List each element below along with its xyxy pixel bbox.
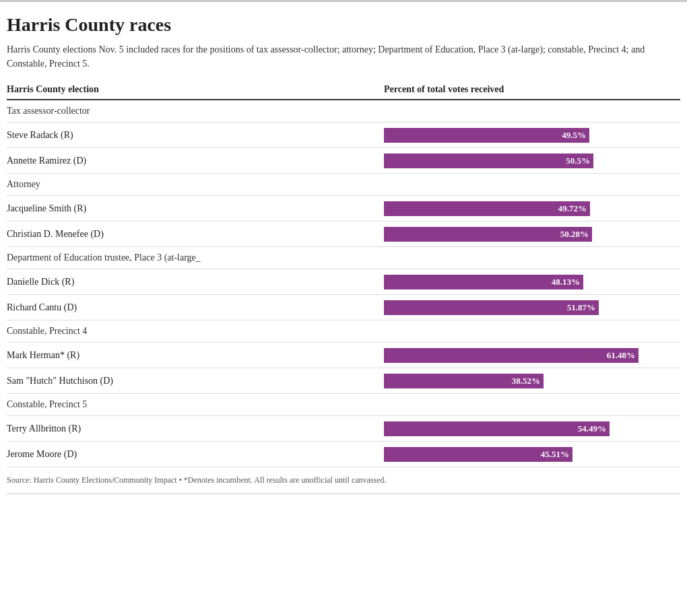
candidate-name-3-1: Sam "Hutch" Hutchison (D) [7, 370, 384, 392]
bar-wrap-1-1: 50.28% [384, 227, 592, 242]
table-row: Annette Ramirez (D)50.5% [7, 148, 680, 174]
bar-2-1: 51.87% [384, 300, 599, 315]
bar-cell-3-1: 38.52% [384, 374, 680, 388]
bar-label-0-0: 49.5% [562, 130, 586, 141]
bar-cell-2-0: 48.13% [384, 275, 680, 289]
candidate-name-1-1: Christian D. Menefee (D) [7, 224, 384, 245]
source-text: Source: Harris County Elections/Communit… [7, 475, 680, 494]
category-name-0: Tax assessor-collector [7, 100, 680, 122]
bar-cell-4-1: 45.51% [384, 447, 680, 462]
table-row: Sam "Hutch" Hutchison (D)38.52% [7, 368, 680, 394]
bar-4-1: 45.51% [384, 447, 572, 462]
bar-wrap-4-1: 45.51% [384, 447, 572, 462]
page-title: Harris County races [7, 14, 680, 36]
bar-cell-0-1: 50.5% [384, 153, 680, 168]
bar-cell-0-0: 49.5% [384, 128, 680, 143]
bar-wrap-0-0: 49.5% [384, 128, 589, 143]
bar-cell-1-0: 49.72% [384, 201, 680, 216]
category-row-2: Department of Education trustee, Place 3… [7, 247, 680, 269]
category-row-0: Tax assessor-collector [7, 100, 680, 123]
bar-1-0: 49.72% [384, 201, 590, 216]
bar-label-4-0: 54.49% [578, 423, 606, 434]
header-col-percent: Percent of total votes received [384, 84, 680, 95]
candidate-name-2-1: Richard Cantu (D) [7, 297, 384, 318]
category-name-3: Constable, Precinct 4 [7, 320, 680, 342]
table-row: Terry Allbritton (R)54.49% [7, 416, 680, 442]
bar-cell-3-0: 61.48% [384, 348, 680, 363]
bar-cell-2-1: 51.87% [384, 300, 680, 315]
candidate-name-2-0: Danielle Dick (R) [7, 271, 384, 293]
bar-4-0: 54.49% [384, 421, 610, 436]
table-row: Mark Herman* (R)61.48% [7, 343, 680, 368]
bar-cell-1-1: 50.28% [384, 227, 680, 242]
category-name-1: Attorney [7, 174, 680, 195]
table-header: Harris County election Percent of total … [7, 84, 680, 100]
bar-wrap-0-1: 50.5% [384, 153, 593, 168]
bar-label-3-0: 61.48% [607, 350, 635, 361]
bar-label-2-0: 48.13% [552, 277, 580, 287]
bar-label-1-1: 50.28% [560, 229, 589, 240]
bar-label-3-1: 38.52% [512, 376, 540, 386]
bar-wrap-3-1: 38.52% [384, 374, 544, 388]
bar-label-2-1: 51.87% [567, 302, 595, 313]
bar-2-0: 48.13% [384, 275, 583, 289]
bar-label-4-1: 45.51% [541, 449, 569, 460]
bar-label-0-1: 50.5% [566, 156, 590, 166]
bar-wrap-1-0: 49.72% [384, 201, 590, 216]
table-body: Tax assessor-collectorSteve Radack (R)49… [7, 100, 680, 467]
bar-wrap-4-0: 54.49% [384, 421, 610, 436]
bar-3-0: 61.48% [384, 348, 639, 363]
bar-wrap-2-1: 51.87% [384, 300, 599, 315]
category-row-3: Constable, Precinct 4 [7, 320, 680, 343]
category-row-4: Constable, Precinct 5 [7, 394, 680, 416]
table-row: Danielle Dick (R)48.13% [7, 269, 680, 295]
bar-1-1: 50.28% [384, 227, 592, 242]
bar-3-1: 38.52% [384, 374, 544, 388]
table-row: Richard Cantu (D)51.87% [7, 295, 680, 320]
top-border [0, 0, 687, 2]
page-container: Harris County races Harris County electi… [0, 14, 687, 508]
data-table: Harris County election Percent of total … [7, 84, 680, 467]
bar-wrap-3-0: 61.48% [384, 348, 639, 363]
table-row: Jerome Moore (D)45.51% [7, 442, 680, 467]
table-row: Christian D. Menefee (D)50.28% [7, 221, 680, 247]
bar-0-0: 49.5% [384, 128, 589, 143]
candidate-name-1-0: Jacqueline Smith (R) [7, 198, 384, 219]
table-row: Steve Radack (R)49.5% [7, 123, 680, 148]
category-name-2: Department of Education trustee, Place 3… [7, 247, 680, 269]
bar-0-1: 50.5% [384, 153, 593, 168]
candidate-name-0-1: Annette Ramirez (D) [7, 150, 384, 172]
bar-label-1-0: 49.72% [558, 203, 587, 214]
category-name-4: Constable, Precinct 5 [7, 394, 680, 415]
table-row: Jacqueline Smith (R)49.72% [7, 196, 680, 221]
bar-wrap-2-0: 48.13% [384, 275, 583, 289]
candidate-name-3-0: Mark Herman* (R) [7, 345, 384, 366]
header-col-election: Harris County election [7, 84, 384, 95]
candidate-name-0-0: Steve Radack (R) [7, 125, 384, 146]
page-subtitle: Harris County elections Nov. 5 included … [7, 42, 680, 71]
category-row-1: Attorney [7, 174, 680, 196]
bar-cell-4-0: 54.49% [384, 421, 680, 436]
candidate-name-4-0: Terry Allbritton (R) [7, 418, 384, 440]
candidate-name-4-1: Jerome Moore (D) [7, 444, 384, 465]
